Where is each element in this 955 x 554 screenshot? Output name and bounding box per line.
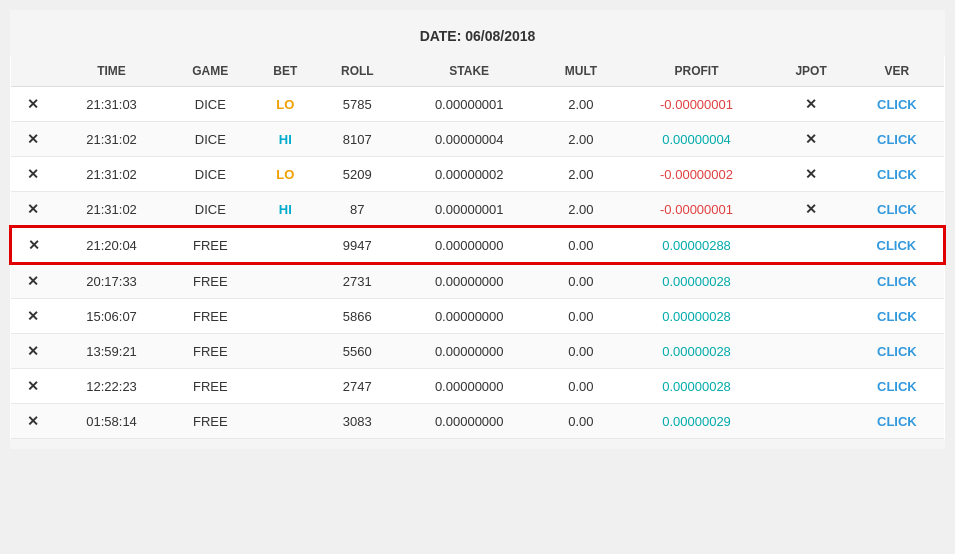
delete-icon-cell[interactable]: ✕ <box>11 227 56 263</box>
ver-cell[interactable]: CLICK <box>850 157 944 192</box>
jpot-x-icon: ✕ <box>805 131 817 147</box>
delete-icon[interactable]: ✕ <box>28 237 40 253</box>
jpot-x-icon: ✕ <box>805 201 817 217</box>
col-header-mult: MULT <box>541 56 620 87</box>
time-cell: 15:06:07 <box>56 299 168 334</box>
click-link[interactable]: CLICK <box>877 202 917 217</box>
game-cell: FREE <box>167 299 253 334</box>
stake-cell: 0.00000000 <box>397 299 541 334</box>
roll-cell: 9947 <box>317 227 397 263</box>
bet-cell <box>253 404 317 439</box>
delete-icon[interactable]: ✕ <box>27 166 39 182</box>
bet-cell <box>253 299 317 334</box>
time-cell: 21:31:02 <box>56 192 168 228</box>
ver-cell[interactable]: CLICK <box>850 192 944 228</box>
mult-cell: 2.00 <box>541 192 620 228</box>
profit-value: -0.00000001 <box>660 97 733 112</box>
table-row: ✕21:31:03DICELO57850.000000012.00-0.0000… <box>11 87 944 122</box>
delete-icon-cell[interactable]: ✕ <box>11 87 56 122</box>
delete-icon-cell[interactable]: ✕ <box>11 404 56 439</box>
stake-cell: 0.00000000 <box>397 227 541 263</box>
game-cell: DICE <box>167 122 253 157</box>
table-row: ✕13:59:21FREE55600.000000000.000.0000002… <box>11 334 944 369</box>
delete-icon[interactable]: ✕ <box>27 201 39 217</box>
bet-cell: HI <box>253 122 317 157</box>
col-header-jpot: JPOT <box>772 56 849 87</box>
click-link[interactable]: CLICK <box>877 414 917 429</box>
click-link[interactable]: CLICK <box>877 132 917 147</box>
jpot-x-icon: ✕ <box>805 166 817 182</box>
delete-icon[interactable]: ✕ <box>27 96 39 112</box>
mult-cell: 0.00 <box>541 263 620 299</box>
profit-cell: -0.00000001 <box>621 87 773 122</box>
delete-icon[interactable]: ✕ <box>27 413 39 429</box>
delete-icon-cell[interactable]: ✕ <box>11 334 56 369</box>
profit-cell: 0.00000028 <box>621 299 773 334</box>
table-row: ✕21:31:02DICEHI870.000000012.00-0.000000… <box>11 192 944 228</box>
ver-cell[interactable]: CLICK <box>850 334 944 369</box>
ver-cell[interactable]: CLICK <box>850 87 944 122</box>
profit-value: 0.00000028 <box>662 309 731 324</box>
jpot-cell <box>772 334 849 369</box>
jpot-cell: ✕ <box>772 122 849 157</box>
table-row: ✕21:31:02DICEHI81070.000000042.000.00000… <box>11 122 944 157</box>
delete-icon-cell[interactable]: ✕ <box>11 263 56 299</box>
delete-icon-cell[interactable]: ✕ <box>11 122 56 157</box>
click-link[interactable]: CLICK <box>877 274 917 289</box>
mult-cell: 2.00 <box>541 157 620 192</box>
click-link[interactable]: CLICK <box>877 167 917 182</box>
ver-cell[interactable]: CLICK <box>850 122 944 157</box>
ver-cell[interactable]: CLICK <box>850 227 944 263</box>
stake-cell: 0.00000002 <box>397 157 541 192</box>
bet-cell <box>253 227 317 263</box>
delete-icon-cell[interactable]: ✕ <box>11 369 56 404</box>
table-row: ✕21:31:02DICELO52090.000000022.00-0.0000… <box>11 157 944 192</box>
delete-icon[interactable]: ✕ <box>27 308 39 324</box>
delete-icon[interactable]: ✕ <box>27 131 39 147</box>
roll-cell: 2731 <box>317 263 397 299</box>
delete-icon[interactable]: ✕ <box>27 273 39 289</box>
click-link[interactable]: CLICK <box>877 309 917 324</box>
game-cell: FREE <box>167 369 253 404</box>
click-link[interactable]: CLICK <box>877 97 917 112</box>
mult-cell: 0.00 <box>541 227 620 263</box>
game-cell: FREE <box>167 334 253 369</box>
col-header-stake: STAKE <box>397 56 541 87</box>
game-cell: DICE <box>167 192 253 228</box>
roll-cell: 8107 <box>317 122 397 157</box>
game-cell: FREE <box>167 263 253 299</box>
click-link[interactable]: CLICK <box>877 238 917 253</box>
delete-icon-cell[interactable]: ✕ <box>11 192 56 228</box>
stake-cell: 0.00000004 <box>397 122 541 157</box>
bet-cell <box>253 369 317 404</box>
bet-cell <box>253 334 317 369</box>
ver-cell[interactable]: CLICK <box>850 369 944 404</box>
profit-cell: 0.00000028 <box>621 263 773 299</box>
bet-lo-label: LO <box>276 97 294 112</box>
roll-cell: 5785 <box>317 87 397 122</box>
game-cell: FREE <box>167 227 253 263</box>
profit-value: -0.00000002 <box>660 167 733 182</box>
jpot-cell <box>772 263 849 299</box>
stake-cell: 0.00000001 <box>397 87 541 122</box>
ver-cell[interactable]: CLICK <box>850 299 944 334</box>
delete-icon-cell[interactable]: ✕ <box>11 157 56 192</box>
click-link[interactable]: CLICK <box>877 379 917 394</box>
table-row: ✕15:06:07FREE58660.000000000.000.0000002… <box>11 299 944 334</box>
jpot-cell: ✕ <box>772 157 849 192</box>
time-cell: 21:31:03 <box>56 87 168 122</box>
profit-cell: -0.00000001 <box>621 192 773 228</box>
delete-icon[interactable]: ✕ <box>27 378 39 394</box>
col-header-delete <box>11 56 56 87</box>
ver-cell[interactable]: CLICK <box>850 404 944 439</box>
delete-icon[interactable]: ✕ <box>27 343 39 359</box>
col-header-game: GAME <box>167 56 253 87</box>
delete-icon-cell[interactable]: ✕ <box>11 299 56 334</box>
ver-cell[interactable]: CLICK <box>850 263 944 299</box>
profit-value: 0.00000004 <box>662 132 731 147</box>
date-header: DATE: 06/08/2018 <box>10 20 945 56</box>
roll-cell: 3083 <box>317 404 397 439</box>
roll-cell: 2747 <box>317 369 397 404</box>
stake-cell: 0.00000000 <box>397 334 541 369</box>
click-link[interactable]: CLICK <box>877 344 917 359</box>
